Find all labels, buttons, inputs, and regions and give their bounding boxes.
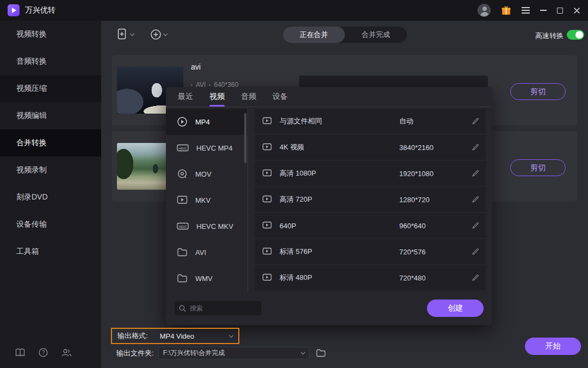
help-icon[interactable]: ? <box>39 348 48 357</box>
account-avatar[interactable] <box>478 4 491 17</box>
add-circle-icon <box>150 29 162 40</box>
add-media-button[interactable] <box>150 29 167 40</box>
svg-text:HEVC: HEVC <box>179 147 187 150</box>
hevc-mkv-icon: HEVC <box>177 221 189 232</box>
sidebar-item-device-transfer[interactable]: 设备传输 <box>0 211 101 238</box>
svg-text:HEVC: HEVC <box>179 225 187 228</box>
output-folder-label: 输出文件夹: <box>116 348 154 358</box>
tab-merging[interactable]: 正在合并 <box>283 27 345 43</box>
output-folder-path: F:\万兴优转\合并完成 <box>163 348 225 358</box>
sidebar-item-audio-convert[interactable]: 音频转换 <box>0 48 101 75</box>
output-folder-select[interactable]: F:\万兴优转\合并完成 <box>158 347 310 359</box>
tab-video[interactable]: 视频 <box>209 87 225 107</box>
video-preset-icon <box>262 117 272 126</box>
sidebar-item-burn-dvd[interactable]: 刻录DVD <box>0 184 101 211</box>
menu-icon[interactable] <box>522 7 530 14</box>
format-list: MP4 HEVC HEVC MP4 MOV <box>166 108 248 291</box>
titlebar: 万兴优转 <box>0 0 588 21</box>
preset-1080p[interactable]: 高清 1080P 1920*1080 <box>255 161 486 186</box>
format-item-avi[interactable]: AVI <box>166 239 247 265</box>
mp4-icon <box>177 116 188 127</box>
edit-icon[interactable] <box>472 222 479 229</box>
file-name: avi <box>191 63 201 71</box>
output-format-label: 输出格式: <box>117 331 148 341</box>
format-search-input[interactable] <box>190 304 257 312</box>
edit-icon[interactable] <box>472 248 479 255</box>
format-item-mp4[interactable]: MP4 <box>166 109 247 135</box>
close-icon[interactable] <box>573 7 580 14</box>
scrollbar-thumb[interactable] <box>244 113 246 163</box>
open-folder-icon[interactable] <box>316 349 326 357</box>
video-preset-icon <box>262 221 272 230</box>
chevron-down-icon <box>163 32 168 36</box>
mkv-icon <box>177 195 188 205</box>
preset-576p[interactable]: 标清 576P 720*576 <box>255 239 486 264</box>
format-item-mkv[interactable]: MKV <box>166 187 247 213</box>
community-icon[interactable] <box>61 348 72 357</box>
create-button[interactable]: 创建 <box>427 300 484 317</box>
video-preset-icon <box>262 247 272 256</box>
wmv-icon <box>177 273 188 283</box>
edit-icon[interactable] <box>472 196 479 203</box>
edit-icon[interactable] <box>472 274 479 282</box>
format-popup-tabs: 最近 视频 音频 设备 <box>166 87 492 107</box>
sidebar: 视频转换 音频转换 视频压缩 视频编辑 合并转换 视频录制 刻录DVD 设备传输… <box>0 21 101 368</box>
high-speed-label: 高速转换 <box>535 31 564 41</box>
video-preset-icon <box>262 195 272 204</box>
sidebar-item-toolbox[interactable]: 工具箱 <box>0 238 101 265</box>
high-speed-toggle[interactable] <box>567 30 584 40</box>
tab-device[interactable]: 设备 <box>273 87 288 107</box>
edit-icon[interactable] <box>472 117 479 125</box>
chevron-down-icon <box>130 31 134 35</box>
app-window: 万兴优转 视频转换 音频转换 视频压缩 视频编辑 合并转换 视频录制 刻录DVD… <box>0 0 588 368</box>
add-files-button[interactable] <box>116 28 134 41</box>
tab-merge-complete[interactable]: 合并完成 <box>345 27 407 43</box>
output-format-select[interactable]: MP4 Video <box>160 332 194 340</box>
output-format-group: 输出格式: MP4 Video <box>111 328 239 344</box>
app-title: 万兴优转 <box>25 5 55 15</box>
edit-icon[interactable] <box>472 144 479 151</box>
chevron-down-icon[interactable] <box>229 333 233 337</box>
dot-separator <box>209 84 211 86</box>
sidebar-item-video-convert[interactable]: 视频转换 <box>0 21 101 48</box>
preset-4k[interactable]: 4K 视频 3840*2160 <box>255 135 486 160</box>
add-file-icon <box>116 28 128 41</box>
output-folder-group: 输出文件夹: F:\万兴优转\合并完成 <box>111 347 326 359</box>
edit-icon[interactable] <box>472 170 479 177</box>
format-item-hevc-mkv[interactable]: HEVC HEVC MKV <box>166 213 247 239</box>
preset-640p[interactable]: 640P 960*640 <box>255 213 486 238</box>
format-item-hevc-mp4[interactable]: HEVC HEVC MP4 <box>166 135 247 161</box>
format-item-wmv[interactable]: WMV <box>166 265 247 291</box>
app-logo-icon <box>8 4 20 16</box>
video-preset-icon <box>262 273 272 282</box>
tab-audio[interactable]: 音频 <box>241 87 256 107</box>
format-item-mov[interactable]: MOV <box>166 161 247 187</box>
preset-same-as-source[interactable]: 与源文件相同 自动 <box>255 109 486 134</box>
gift-icon[interactable] <box>501 5 511 16</box>
search-icon <box>179 305 186 312</box>
dot-separator <box>191 84 193 86</box>
preset-480p[interactable]: 标清 480P 720*480 <box>255 265 486 290</box>
sidebar-item-video-compress[interactable]: 视频压缩 <box>0 75 101 102</box>
merge-status-tabs: 正在合并 合并完成 <box>283 27 407 43</box>
format-popup: 最近 视频 音频 设备 MP4 HEVC H <box>166 87 492 325</box>
start-button[interactable]: 开始 <box>525 338 581 355</box>
cut-button[interactable]: 剪切 <box>510 83 566 100</box>
sidebar-item-video-edit[interactable]: 视频编辑 <box>0 102 101 129</box>
preset-list: 与源文件相同 自动 4K 视频 3840*2160 高清 1080P 1920*… <box>248 108 492 291</box>
format-search-box[interactable] <box>175 301 262 315</box>
svg-text:?: ? <box>42 350 45 355</box>
sidebar-item-screen-record[interactable]: 视频录制 <box>0 157 101 184</box>
minimize-icon[interactable] <box>540 10 547 11</box>
tab-recent[interactable]: 最近 <box>178 87 193 107</box>
play-icon <box>12 8 16 13</box>
preset-720p[interactable]: 高清 720P 1280*720 <box>255 187 486 212</box>
format-popup-footer: 创建 <box>166 291 492 325</box>
library-icon[interactable] <box>15 348 25 357</box>
mov-icon <box>177 169 188 179</box>
format-popup-body: MP4 HEVC HEVC MP4 MOV <box>166 108 492 291</box>
maximize-icon[interactable] <box>557 8 563 14</box>
cut-button[interactable]: 剪切 <box>510 159 566 176</box>
sidebar-item-merge-convert[interactable]: 合并转换 <box>0 129 101 157</box>
hevc-mp4-icon: HEVC <box>177 142 189 153</box>
